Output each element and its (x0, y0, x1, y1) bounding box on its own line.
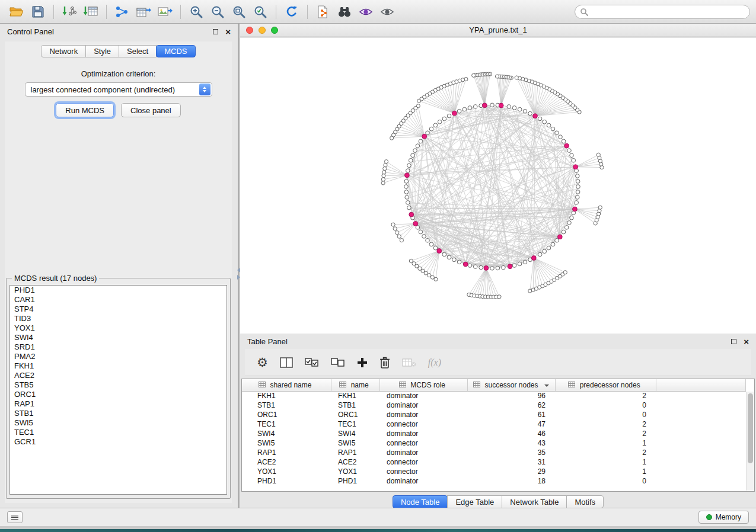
zoom-selected-button[interactable] (250, 2, 271, 21)
mcds-result-item[interactable]: TID3 (10, 314, 227, 323)
table-row[interactable]: YOX1YOX1connector291 (242, 467, 746, 476)
dominator-node[interactable] (422, 134, 427, 139)
table-row[interactable]: SWI4SWI4dominator462 (242, 429, 746, 438)
window-maximize-button[interactable] (271, 27, 278, 34)
table-row[interactable]: ORC1ORC1dominator610 (242, 410, 746, 419)
tab-select[interactable]: Select (119, 45, 157, 57)
copy-style-button[interactable] (312, 2, 334, 21)
dominator-node[interactable] (463, 262, 468, 267)
toggle-visibility-button[interactable] (377, 2, 398, 21)
dominator-node[interactable] (405, 173, 410, 178)
dominator-node[interactable] (573, 207, 578, 211)
column-header-mcds-role[interactable]: MCDS role (379, 379, 467, 391)
import-network-button[interactable] (59, 2, 80, 21)
mcds-result-item[interactable]: CAR1 (10, 295, 227, 305)
window-close-button[interactable] (246, 27, 253, 34)
network-canvas[interactable] (240, 37, 756, 334)
dominator-node[interactable] (531, 256, 536, 261)
table-row[interactable]: SWI5SWI5connector431 (242, 438, 746, 448)
show-columns-button[interactable] (280, 354, 293, 371)
mcds-result-item[interactable]: TEC1 (10, 428, 227, 437)
dominator-node[interactable] (573, 165, 578, 169)
mcds-result-item[interactable]: RAP1 (10, 399, 227, 409)
dominator-node[interactable] (437, 249, 442, 254)
dominator-node[interactable] (533, 114, 538, 118)
network-window-titlebar[interactable]: YPA_prune.txt_1 (240, 24, 756, 37)
column-header-name[interactable]: name (331, 379, 379, 391)
tab-style[interactable]: Style (85, 45, 119, 57)
dominator-node[interactable] (483, 103, 487, 108)
table-scrollbar[interactable] (746, 392, 754, 491)
mcds-result-item[interactable]: ACE2 (10, 371, 227, 380)
dominator-node[interactable] (452, 111, 457, 116)
dominator-node[interactable] (499, 103, 503, 108)
float-panel-icon[interactable] (213, 29, 218, 34)
dominator-node[interactable] (413, 222, 418, 226)
table-row[interactable]: TEC1TEC1connector472 (242, 419, 746, 429)
delete-column-button[interactable] (379, 354, 390, 371)
mcds-result-list[interactable]: PHD1CAR1STP4TID3YOX1SWI4SRD1PMA2FKH1ACE2… (9, 285, 227, 495)
select-all-button[interactable] (305, 354, 319, 371)
close-panel-icon[interactable]: × (225, 27, 231, 36)
add-column-button[interactable] (357, 354, 368, 371)
mcds-result-item[interactable]: PHD1 (10, 286, 227, 295)
dominator-node[interactable] (557, 235, 562, 239)
table-row[interactable]: ACE2ACE2connector311 (242, 457, 746, 467)
dominator-node[interactable] (409, 212, 414, 217)
dominator-node[interactable] (508, 264, 512, 269)
tab-network[interactable]: Network (41, 45, 86, 57)
search-input[interactable] (588, 8, 745, 16)
open-session-button[interactable] (6, 2, 27, 21)
dominator-node[interactable] (484, 266, 489, 271)
mcds-result-item[interactable]: STB5 (10, 380, 227, 390)
import-table-button[interactable] (80, 2, 101, 21)
mcds-result-item[interactable]: SRD1 (10, 342, 227, 352)
column-header-shared-name[interactable]: shared name (242, 379, 331, 391)
tab-mcds[interactable]: MCDS (156, 45, 195, 57)
mcds-result-item[interactable]: PMA2 (10, 352, 227, 361)
mcds-result-item[interactable]: FKH1 (10, 361, 227, 371)
save-session-button[interactable] (27, 2, 49, 21)
zoom-out-button[interactable] (207, 2, 228, 21)
zoom-fit-button[interactable] (228, 2, 250, 21)
status-menu-button[interactable] (7, 511, 23, 523)
column-header-predecessor-nodes[interactable]: predecessor nodes (555, 379, 656, 391)
criterion-dropdown[interactable]: largest connected component (undirected) (25, 82, 212, 97)
table-row[interactable]: PHD1PHD1dominator180 (242, 476, 746, 486)
table-row[interactable]: RAP1RAP1dominator352 (242, 448, 746, 457)
refresh-button[interactable] (281, 2, 302, 21)
scrollbar-thumb[interactable] (748, 393, 753, 463)
close-panel-icon[interactable]: × (744, 337, 749, 346)
float-panel-icon[interactable] (731, 339, 736, 344)
export-table-button[interactable] (133, 2, 154, 21)
dropdown-stepper-icon[interactable] (199, 84, 210, 95)
mcds-result-item[interactable]: ORC1 (10, 390, 227, 399)
network-canvas-svg[interactable] (240, 37, 756, 334)
deselect-all-button[interactable] (331, 354, 345, 371)
find-button[interactable] (334, 2, 355, 21)
tab-edge-table[interactable]: Edge Table (447, 495, 502, 508)
window-minimize-button[interactable] (259, 27, 266, 34)
tab-motifs[interactable]: Motifs (566, 495, 604, 508)
column-header-successor-nodes[interactable]: successor nodes (467, 379, 555, 391)
mcds-result-item[interactable]: SWI4 (10, 333, 227, 342)
zoom-in-button[interactable] (186, 2, 207, 21)
tab-network-table[interactable]: Network Table (502, 495, 567, 508)
memory-button[interactable]: Memory (698, 511, 749, 524)
export-network-button[interactable] (111, 2, 133, 21)
mcds-result-item[interactable]: YOX1 (10, 323, 227, 333)
run-mcds-button[interactable]: Run MCDS (56, 103, 114, 117)
graphics-details-button[interactable] (355, 2, 377, 21)
mcds-result-item[interactable]: SWI5 (10, 418, 227, 428)
table-settings-button[interactable]: ⚙ (257, 354, 268, 371)
tab-node-table[interactable]: Node Table (393, 495, 448, 508)
mcds-result-item[interactable]: STB1 (10, 409, 227, 418)
chevron-down-icon[interactable] (544, 384, 549, 387)
export-image-button[interactable] (154, 2, 176, 21)
close-panel-button[interactable]: Close panel (121, 103, 181, 117)
table-row[interactable]: STB1STB1dominator620 (242, 400, 746, 410)
dominator-node[interactable] (564, 143, 569, 148)
mcds-result-item[interactable]: GCR1 (10, 437, 227, 447)
search-box[interactable] (575, 5, 750, 19)
mcds-result-item[interactable]: STP4 (10, 305, 227, 314)
